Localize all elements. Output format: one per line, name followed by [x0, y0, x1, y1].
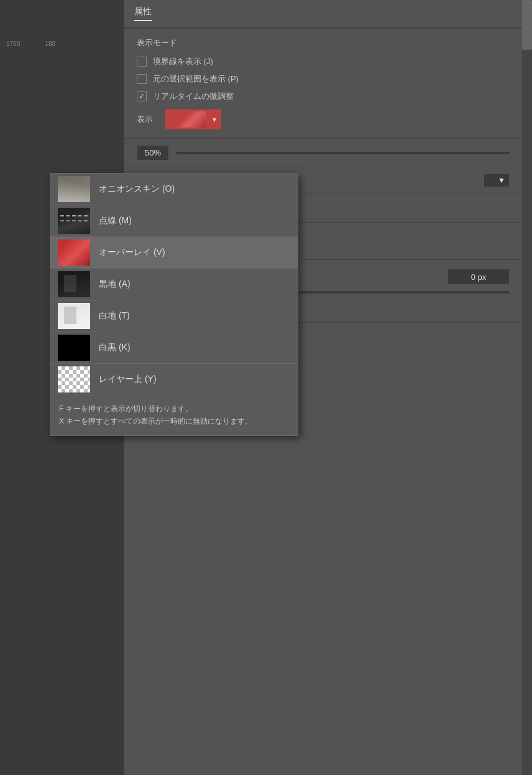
scrollbar-thumb[interactable]: [522, 0, 532, 50]
tab-attributes[interactable]: 属性: [134, 6, 152, 21]
dropdown-item-overlay-label: オーバーレイ (V): [99, 247, 165, 258]
display-mode-section: 表示モード 境界線を表示 (J) 元の選択範囲を表示 (P) リアルタイムの微調…: [124, 29, 522, 139]
ruler-mark-1700: 1700: [6, 40, 20, 47]
dotted-thumbnail: [58, 208, 90, 234]
hint-text-1: F キーを押すと表示が切り替わります。: [59, 402, 289, 415]
checkbox-boundary[interactable]: [137, 57, 147, 67]
dropdown-item-layer-label: レイヤー上 (Y): [99, 374, 157, 385]
tab-header: 属性: [124, 0, 522, 29]
dropdown-item-onion[interactable]: オニオンスキン (O): [50, 174, 298, 205]
dropdown-item-layer[interactable]: レイヤー上 (Y): [50, 364, 298, 395]
radius-input[interactable]: [447, 269, 510, 285]
display-mode-title: 表示モード: [137, 37, 510, 49]
checkbox-row-realtime: リアルタイムの微調整: [137, 91, 510, 102]
dropdown-item-black-label: 黒地 (A): [99, 279, 131, 290]
checkbox-original[interactable]: [137, 74, 147, 84]
dropdown-item-bw[interactable]: 白黒 (K): [50, 332, 298, 364]
display-selector-row: 表示 ▼: [137, 109, 510, 129]
checkbox-realtime[interactable]: [137, 91, 147, 101]
display-select-button[interactable]: ▼: [165, 109, 221, 129]
dropdown-arrow-icon: ▼: [211, 116, 218, 123]
scrollbar[interactable]: [522, 0, 532, 775]
checkbox-realtime-label: リアルタイムの微調整: [153, 91, 234, 102]
dropdown-item-black[interactable]: 黒地 (A): [50, 269, 298, 300]
dropdown-item-onion-label: オニオンスキン (O): [99, 183, 175, 195]
layer-thumbnail: [58, 366, 90, 392]
white-thumbnail: [58, 303, 90, 329]
mask-dropdown[interactable]: ▼: [484, 174, 510, 187]
ruler-mark-180: 180: [45, 40, 55, 47]
display-dropdown-menu: オニオンスキン (O) 点線 (M) オーバーレイ (V) 黒地 (A) 白地 …: [50, 173, 298, 436]
dropdown-item-bw-label: 白黒 (K): [99, 342, 131, 353]
percent-slider[interactable]: [177, 152, 510, 154]
display-label: 表示: [137, 114, 155, 125]
overlay-thumbnail: [58, 239, 90, 266]
mask-dropdown-arrow-icon: ▼: [498, 176, 505, 185]
onion-thumbnail: [58, 176, 90, 202]
checkbox-row-boundary: 境界線を表示 (J): [137, 56, 510, 67]
black-thumbnail: [58, 271, 90, 297]
dropdown-item-white-label: 白地 (T): [99, 310, 130, 322]
dropdown-item-dotted[interactable]: 点線 (M): [50, 205, 298, 237]
dropdown-item-white[interactable]: 白地 (T): [50, 300, 298, 332]
hint-area: F キーを押すと表示が切り替わります。 X キーを押すとすべての表示が一時的に無…: [50, 395, 298, 435]
preview-img: [169, 111, 206, 128]
display-select-preview: [169, 111, 206, 128]
checkbox-row-original: 元の選択範囲を表示 (P): [137, 73, 510, 85]
percent-value: 50%: [137, 145, 169, 160]
dropdown-item-overlay[interactable]: オーバーレイ (V): [50, 237, 298, 269]
percent-section: 50%: [124, 139, 522, 167]
dropdown-item-dotted-label: 点線 (M): [99, 215, 132, 226]
checkbox-original-label: 元の選択範囲を表示 (P): [153, 73, 239, 85]
hint-text-2: X キーを押すとすべての表示が一時的に無効になります。: [59, 415, 289, 427]
checkbox-boundary-label: 境界線を表示 (J): [153, 56, 213, 67]
bw-thumbnail: [58, 335, 90, 361]
